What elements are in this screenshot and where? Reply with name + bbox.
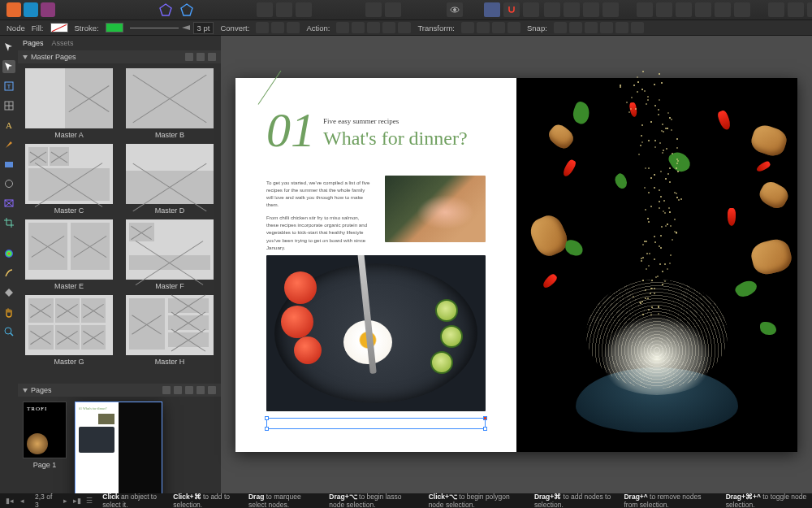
align-left-icon[interactable] xyxy=(637,2,653,17)
snap-5-icon[interactable] xyxy=(615,22,628,33)
crop-tool-icon[interactable] xyxy=(2,216,15,229)
pages-opt2-icon[interactable] xyxy=(185,386,193,394)
snap-6-icon[interactable] xyxy=(631,22,644,33)
page-thumb-1[interactable]: TROFI Page 1 xyxy=(23,402,67,469)
stroke-width-value[interactable]: 3 pt xyxy=(193,22,214,34)
align-top-icon[interactable] xyxy=(695,2,711,17)
transform-mode3-icon[interactable] xyxy=(492,22,505,33)
app-switch-photo-icon[interactable] xyxy=(6,2,21,17)
convert-sharp-icon[interactable] xyxy=(256,22,269,33)
action-smooth-icon[interactable] xyxy=(367,22,380,33)
chapter-subtitle[interactable]: Five easy summer recipes xyxy=(323,117,468,125)
delete-page-icon[interactable] xyxy=(208,386,216,394)
move-front-icon[interactable] xyxy=(603,2,619,17)
overflow-handle-icon[interactable] xyxy=(483,416,487,420)
preview-mode-icon[interactable] xyxy=(447,2,463,17)
next-page-icon[interactable]: ▸ xyxy=(60,496,70,506)
snap-4-icon[interactable] xyxy=(600,22,613,33)
master-options-icon[interactable] xyxy=(185,53,193,61)
move-tool-icon[interactable] xyxy=(2,41,15,54)
prev-page-icon[interactable]: ◂ xyxy=(17,496,27,506)
master-page-thumb[interactable]: Master B xyxy=(123,68,216,139)
move-back-icon[interactable] xyxy=(544,2,560,17)
doc-setup-icon[interactable] xyxy=(257,2,273,17)
salmon-photo-frame[interactable] xyxy=(385,176,486,242)
transform-mode2-icon[interactable] xyxy=(477,22,490,33)
document-spread[interactable]: 01 Five easy summer recipes What's for d… xyxy=(235,78,797,452)
tab-pages[interactable]: Pages xyxy=(23,39,44,47)
master-pages-list[interactable]: Master AMaster B Master CMaster D Master… xyxy=(18,63,221,384)
spread-props-icon[interactable] xyxy=(276,2,292,17)
action-join-icon[interactable] xyxy=(382,22,395,33)
color-picker-tool-icon[interactable] xyxy=(2,247,15,260)
move-backone-icon[interactable] xyxy=(564,2,580,17)
canvas[interactable]: 01 Five easy summer recipes What's for d… xyxy=(221,36,812,493)
resize-handle-icon[interactable] xyxy=(265,427,269,431)
master-pages-header[interactable]: Master Pages xyxy=(18,50,221,63)
persona-designer-icon[interactable] xyxy=(179,2,195,18)
brush-tool-icon[interactable] xyxy=(2,267,15,280)
shape-tool-icon[interactable] xyxy=(2,177,15,190)
chapter-title[interactable]: What's for dinner? xyxy=(323,128,468,150)
boolean-subtract-icon[interactable] xyxy=(788,2,804,17)
align-hcenter-icon[interactable] xyxy=(656,2,672,17)
first-page-icon[interactable]: ▮◂ xyxy=(5,496,15,506)
baseline-grid-icon[interactable] xyxy=(484,2,500,17)
convert-smooth-icon[interactable] xyxy=(271,22,284,33)
align-bottom-icon[interactable] xyxy=(734,2,750,17)
action-break-icon[interactable] xyxy=(336,22,349,33)
master-page-thumb[interactable]: Master D xyxy=(123,144,216,215)
master-page-thumb[interactable]: Master E xyxy=(23,219,115,290)
add-master-icon[interactable] xyxy=(197,53,205,61)
delete-master-icon[interactable] xyxy=(208,53,216,61)
snap-2-icon[interactable] xyxy=(569,22,582,33)
body-text-frame[interactable]: To get you started, we've compiled a lis… xyxy=(266,179,372,257)
frame-text-tool-icon[interactable]: T xyxy=(2,80,15,93)
resize-handle-icon[interactable] xyxy=(483,427,487,431)
page-2[interactable]: 01 Five easy summer recipes What's for d… xyxy=(235,78,516,452)
anchor-icon[interactable] xyxy=(365,2,382,17)
app-switch-designer-icon[interactable] xyxy=(24,2,38,17)
boolean-intersect-icon[interactable] xyxy=(807,2,812,17)
align-vcenter-icon[interactable] xyxy=(715,2,731,17)
pages-opt1-icon[interactable] xyxy=(174,386,182,394)
clip-canvas-icon[interactable] xyxy=(523,2,539,17)
picture-frame-tool-icon[interactable] xyxy=(2,197,15,210)
fill-swatch[interactable] xyxy=(50,23,68,33)
selected-text-frame[interactable] xyxy=(266,418,486,429)
node-tool-icon[interactable] xyxy=(2,60,15,73)
last-page-icon[interactable]: ▸▮ xyxy=(72,496,82,506)
pages-list[interactable]: TROFI Page 1 01 What's for dinner? Pages… xyxy=(18,397,221,493)
master-page-thumb[interactable]: Master A xyxy=(23,68,115,139)
transform-mode4-icon[interactable] xyxy=(508,22,520,33)
page-thumb-2-3[interactable]: 01 What's for dinner? Pages 2,3 xyxy=(75,402,162,493)
app-switch-publisher-icon[interactable] xyxy=(41,2,55,17)
pages-view-icon[interactable] xyxy=(162,386,171,394)
stroke-width-control[interactable]: 3 pt xyxy=(130,22,214,34)
snap-1-icon[interactable] xyxy=(554,22,567,33)
snap-3-icon[interactable] xyxy=(585,22,598,33)
pages-section-header[interactable]: Pages xyxy=(18,384,221,397)
preferences-icon[interactable] xyxy=(296,2,312,17)
master-page-thumb[interactable]: Master C xyxy=(23,144,115,215)
rectangle-tool-icon[interactable] xyxy=(2,158,15,171)
add-page-icon[interactable] xyxy=(197,386,205,394)
artistic-text-tool-icon[interactable]: A xyxy=(2,119,15,132)
page-indicator[interactable]: 2,3 of 3 xyxy=(35,493,52,508)
master-page-thumb[interactable]: Master H xyxy=(123,295,216,366)
chapter-number[interactable]: 01 xyxy=(266,111,315,150)
master-page-thumb[interactable]: Master G xyxy=(23,295,115,366)
text-wrap-icon[interactable] xyxy=(385,2,401,17)
move-frontone-icon[interactable] xyxy=(583,2,599,17)
tab-assets[interactable]: Assets xyxy=(52,39,74,47)
pen-tool-icon[interactable] xyxy=(2,138,15,151)
stroke-swatch[interactable] xyxy=(106,23,123,33)
section-menu-icon[interactable]: ☰ xyxy=(84,496,94,506)
action-close-icon[interactable] xyxy=(352,22,365,33)
convert-smart-icon[interactable] xyxy=(287,22,300,33)
master-page-thumb[interactable]: Master F xyxy=(123,219,216,290)
page-3[interactable] xyxy=(516,78,797,452)
table-tool-icon[interactable] xyxy=(2,99,15,112)
action-reverse-icon[interactable] xyxy=(398,22,411,33)
resize-handle-icon[interactable] xyxy=(265,416,269,420)
